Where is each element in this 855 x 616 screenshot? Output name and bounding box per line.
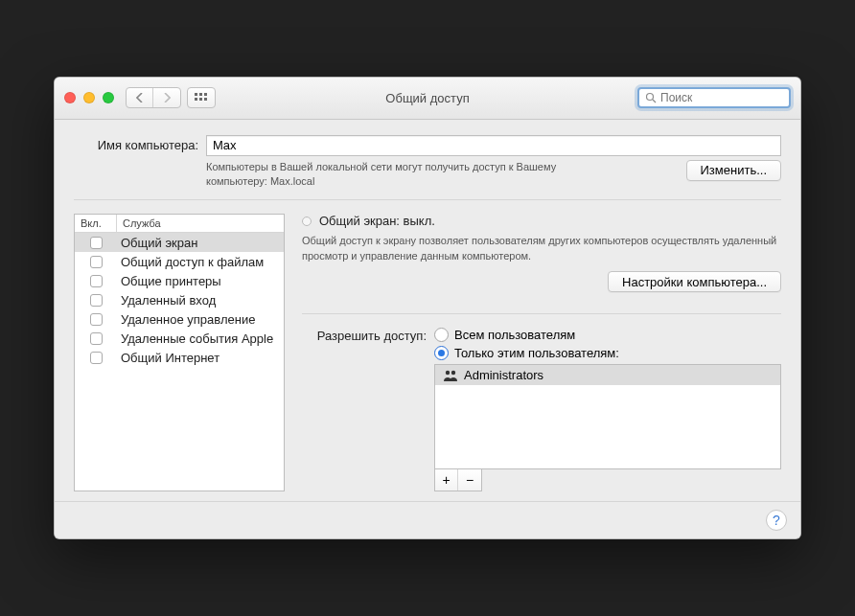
user-name: Administrators (464, 368, 543, 382)
svg-point-8 (446, 370, 450, 374)
search-icon (645, 92, 657, 103)
traffic-lights (64, 92, 114, 103)
help-icon: ? (773, 513, 780, 528)
service-label: Удаленный вход (117, 293, 284, 308)
svg-line-7 (653, 100, 656, 103)
svg-rect-2 (204, 93, 207, 96)
status-indicator-icon (302, 217, 312, 226)
service-checkbox[interactable] (75, 237, 117, 249)
service-row[interactable]: Удаленный вход (75, 290, 284, 309)
divider (74, 199, 781, 200)
nav-buttons (126, 87, 181, 108)
service-checkbox[interactable] (75, 256, 117, 268)
service-row[interactable]: Общий доступ к файлам (75, 252, 284, 271)
service-row[interactable]: Общий экран (75, 233, 284, 252)
computer-name-input[interactable] (206, 135, 781, 156)
titlebar: Общий доступ (55, 78, 800, 120)
service-status: Общий экран: выкл. (319, 214, 435, 228)
svg-rect-3 (195, 98, 197, 101)
footer: ? (55, 501, 800, 538)
services-list: Вкл. Служба Общий экранОбщий доступ к фа… (74, 214, 285, 491)
close-button[interactable] (64, 92, 76, 103)
add-remove-buttons: + − (434, 469, 482, 491)
computer-settings-button[interactable]: Настройки компьютера... (608, 271, 781, 292)
radio-icon (434, 346, 449, 360)
svg-rect-1 (199, 93, 202, 96)
service-label: Общие принтеры (117, 274, 284, 288)
radio-only-users[interactable]: Только этим пользователям: (434, 346, 781, 360)
service-checkbox[interactable] (75, 313, 117, 326)
svg-rect-5 (204, 98, 207, 101)
help-button[interactable]: ? (766, 510, 787, 531)
back-button[interactable] (127, 88, 153, 107)
maximize-button[interactable] (103, 92, 114, 103)
user-list[interactable]: Administrators (434, 364, 781, 469)
services-header: Вкл. Служба (75, 215, 284, 233)
service-description: Общий доступ к экрану позволяет пользова… (302, 234, 781, 263)
minimize-button[interactable] (83, 92, 95, 103)
radio-all-label: Всем пользователям (454, 328, 575, 342)
svg-point-9 (451, 370, 455, 374)
show-all-button[interactable] (187, 87, 216, 108)
edit-button[interactable]: Изменить... (686, 160, 781, 181)
service-checkbox[interactable] (75, 275, 117, 287)
service-label: Удаленное управление (117, 312, 284, 327)
service-row[interactable]: Удаленное управление (75, 309, 284, 329)
add-user-button[interactable]: + (435, 469, 458, 491)
svg-point-6 (647, 94, 654, 101)
service-row[interactable]: Общий Интернет (75, 348, 284, 367)
computer-name-label: Имя компьютера: (74, 138, 198, 152)
service-label: Удаленные события Apple (117, 331, 284, 346)
remove-user-button[interactable]: − (458, 469, 481, 491)
service-label: Общий доступ к файлам (117, 255, 284, 269)
col-on[interactable]: Вкл. (75, 215, 117, 232)
radio-only-label: Только этим пользователям: (454, 346, 619, 360)
service-checkbox[interactable] (75, 294, 117, 307)
access-label: Разрешить доступ: (302, 328, 427, 343)
computer-name-hint: Компьютеры в Вашей локальной сети могут … (206, 160, 570, 189)
search-input[interactable] (660, 91, 783, 104)
forward-button[interactable] (153, 88, 180, 107)
preferences-window: Общий доступ Имя компьютера: Компьютеры … (54, 77, 801, 540)
col-service[interactable]: Служба (117, 215, 284, 232)
service-label: Общий Интернет (117, 351, 284, 365)
svg-rect-4 (199, 98, 202, 101)
divider (302, 313, 781, 314)
service-label: Общий экран (117, 236, 284, 250)
users-icon (443, 370, 458, 381)
search-field[interactable] (637, 87, 791, 108)
list-item[interactable]: Administrators (435, 365, 780, 385)
svg-rect-0 (195, 93, 197, 96)
radio-all-users[interactable]: Всем пользователям (434, 328, 781, 342)
service-row[interactable]: Удаленные события Apple (75, 329, 284, 348)
service-row[interactable]: Общие принтеры (75, 271, 284, 290)
radio-icon (434, 328, 449, 342)
service-checkbox[interactable] (75, 332, 117, 345)
service-checkbox[interactable] (75, 352, 117, 364)
